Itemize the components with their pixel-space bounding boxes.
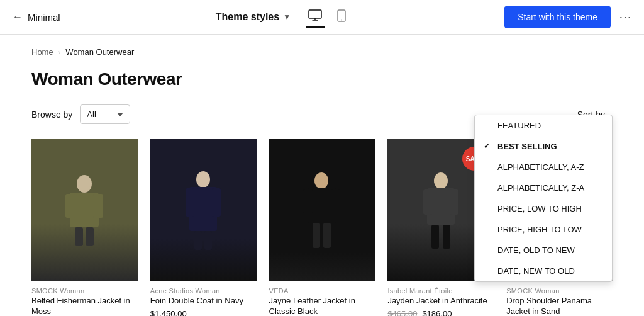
svg-point-21	[434, 172, 448, 189]
page-title: Woman Outerwear	[31, 69, 613, 89]
product-name-2: Foin Double Coat in Navy	[150, 296, 257, 307]
back-button[interactable]: ← Minimal	[13, 11, 60, 23]
svg-rect-5	[65, 194, 75, 218]
header-center: Theme styles ▼	[60, 7, 504, 28]
sort-option-price-high-low-label: PRICE, HIGH TO LOW	[497, 225, 582, 234]
start-theme-button[interactable]: Start with this theme	[504, 6, 611, 28]
product-name-3: Jayne Leather Jacket in Classic Black	[269, 296, 375, 316]
svg-point-15	[314, 172, 328, 189]
sort-option-alpha-az[interactable]: ALPHABETICALLY, A-Z	[475, 157, 612, 178]
breadcrumb: Home › Woman Outerwear	[31, 47, 613, 57]
browse-by-label: Browse by	[31, 110, 72, 120]
svg-rect-19	[313, 223, 320, 248]
sort-check-alpha-az	[484, 162, 492, 171]
filter-bar: Browse by All Sort by FEATURED ✓ BEST SE…	[31, 104, 613, 124]
sort-option-best-selling[interactable]: ✓ BEST SELLING	[475, 136, 612, 157]
sort-check-price-low-high	[484, 204, 492, 213]
svg-point-2	[341, 19, 342, 20]
svg-rect-8	[86, 227, 94, 246]
browse-by-select[interactable]: All	[80, 104, 130, 124]
product-card-3[interactable]: VEDA Jayne Leather Jacket in Classic Bla…	[269, 139, 375, 316]
svg-point-9	[196, 171, 210, 188]
sort-check-date-new-old	[484, 266, 492, 275]
desktop-icon[interactable]	[306, 7, 325, 28]
svg-rect-6	[93, 194, 103, 218]
header-right: Start with this theme	[504, 6, 611, 28]
svg-rect-24	[450, 189, 458, 215]
svg-rect-23	[423, 189, 432, 215]
breadcrumb-home[interactable]: Home	[31, 47, 53, 57]
sort-check-alpha-za	[484, 183, 492, 192]
svg-rect-13	[194, 231, 202, 250]
product-name-5: Drop Shoulder Panama Jacket in Sand	[506, 296, 613, 316]
breadcrumb-current: Woman Outerwear	[65, 47, 134, 57]
header: ← Minimal Theme styles ▼ Start with this…	[0, 0, 644, 35]
main-content: Home › Woman Outerwear Woman Outerwear B…	[0, 35, 644, 316]
svg-rect-11	[186, 188, 194, 217]
svg-rect-18	[331, 189, 340, 213]
product-card-1[interactable]: SMOCK Woman Belted Fisherman Jacket in M…	[31, 139, 138, 316]
sort-option-featured-label: FEATURED	[497, 121, 541, 130]
device-icons	[306, 7, 348, 28]
product-brand-5: SMOCK Woman	[506, 287, 613, 295]
product-brand-2: Acne Studios Woman	[150, 287, 257, 295]
sort-option-price-low-high-label: PRICE, LOW TO HIGH	[497, 204, 582, 213]
svg-rect-14	[204, 231, 212, 250]
product-price-2: $1,450.00	[150, 309, 257, 316]
svg-rect-25	[431, 225, 439, 249]
sort-option-alpha-za-label: ALPHABETICALLY, Z-A	[497, 183, 584, 193]
svg-rect-12	[212, 188, 221, 217]
sort-check-featured	[484, 121, 492, 130]
back-icon: ←	[13, 11, 23, 23]
svg-point-3	[77, 175, 92, 193]
product-image-1	[31, 139, 138, 281]
sort-option-price-high-low[interactable]: PRICE, HIGH TO LOW	[475, 219, 612, 240]
sort-option-alpha-az-label: ALPHABETICALLY, A-Z	[497, 162, 584, 172]
svg-rect-7	[75, 227, 83, 246]
product-brand-4: Isabel Marant Étoile	[387, 287, 494, 295]
sort-option-date-old-new-label: DATE, OLD TO NEW	[497, 245, 575, 255]
sort-check-price-high-low	[484, 225, 492, 234]
sort-option-alpha-za[interactable]: ALPHABETICALLY, Z-A	[475, 178, 612, 198]
svg-rect-17	[303, 189, 313, 213]
sort-option-best-selling-label: BEST SELLING	[497, 142, 557, 151]
product-name-1: Belted Fisherman Jacket in Moss	[31, 296, 138, 316]
svg-rect-0	[309, 10, 321, 18]
sort-check-best-selling: ✓	[484, 142, 492, 150]
sort-option-date-old-new[interactable]: DATE, OLD TO NEW	[475, 240, 612, 261]
product-image-3	[269, 139, 375, 281]
product-image-2	[150, 139, 257, 281]
product-brand-1: SMOCK Woman	[31, 287, 138, 295]
price-original-4: $465.00	[387, 309, 417, 316]
sort-option-featured[interactable]: FEATURED	[475, 115, 612, 136]
store-name: Minimal	[28, 12, 60, 23]
sort-check-date-old-new	[484, 245, 492, 254]
more-icon[interactable]: ⋯	[619, 9, 631, 25]
product-name-4: Jayden Jacket in Anthracite	[387, 296, 494, 307]
product-price-4: $465.00 $186.00	[387, 309, 494, 316]
price-sale-4: $186.00	[422, 309, 452, 316]
mobile-icon[interactable]	[335, 7, 348, 28]
product-brand-3: VEDA	[269, 287, 375, 295]
breadcrumb-separator: ›	[58, 48, 61, 56]
theme-styles-label: Theme styles	[216, 11, 279, 23]
sort-dropdown-menu: FEATURED ✓ BEST SELLING ALPHABETICALLY, …	[474, 115, 613, 282]
sort-option-price-low-high[interactable]: PRICE, LOW TO HIGH	[475, 198, 612, 219]
sort-option-date-new-old-label: DATE, NEW TO OLD	[497, 266, 575, 276]
svg-rect-26	[443, 225, 450, 249]
product-card-2[interactable]: Acne Studios Woman Foin Double Coat in N…	[150, 139, 257, 316]
sort-option-date-new-old[interactable]: DATE, NEW TO OLD	[475, 261, 612, 281]
svg-rect-20	[323, 223, 331, 248]
chevron-down-icon[interactable]: ▼	[283, 13, 291, 21]
